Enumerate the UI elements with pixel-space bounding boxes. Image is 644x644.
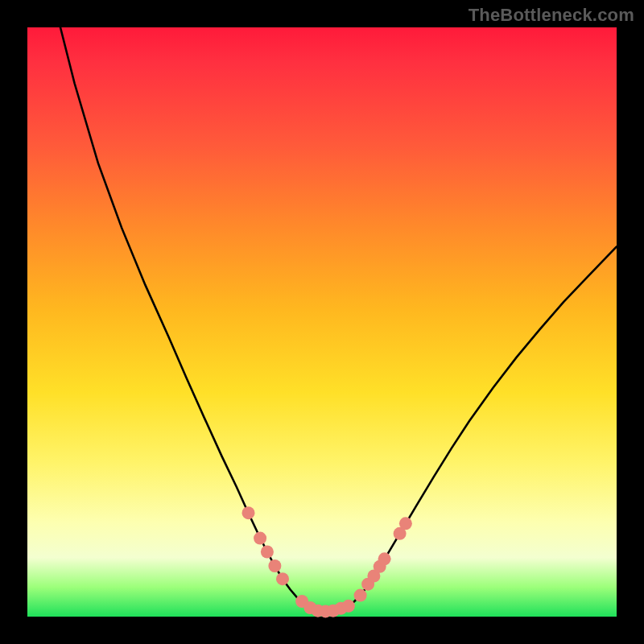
curve-marker (261, 546, 274, 559)
chart-svg (27, 27, 617, 617)
bottleneck-curve (60, 27, 617, 611)
curve-marker (342, 600, 355, 613)
watermark-text: TheBottleneck.com (469, 5, 634, 26)
curve-marker (378, 552, 391, 565)
curve-marker (399, 517, 412, 530)
curve-marker (354, 589, 367, 602)
curve-marker (242, 506, 255, 519)
curve-marker (254, 532, 266, 545)
plot-area (27, 27, 617, 617)
chart-frame: TheBottleneck.com (0, 0, 644, 644)
curve-markers (242, 506, 412, 617)
curve-marker (276, 572, 289, 585)
curve-marker (268, 559, 281, 572)
curve-path (60, 27, 617, 611)
